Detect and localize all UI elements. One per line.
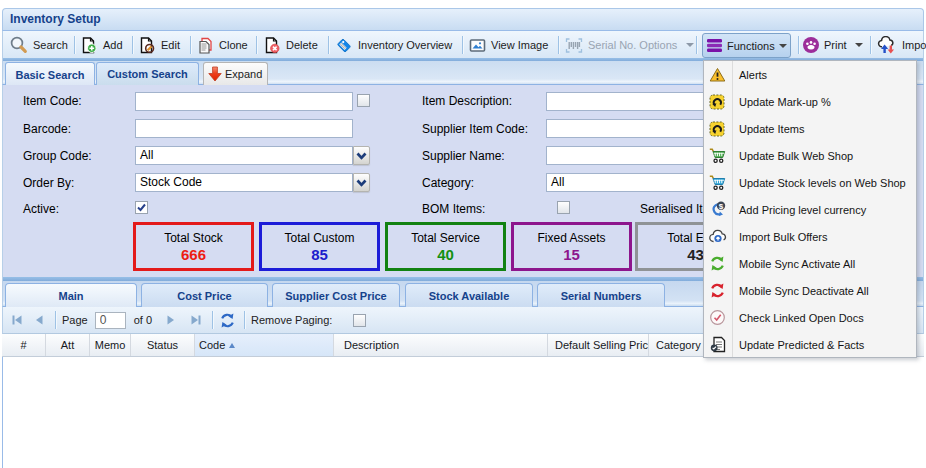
svg-text:$: $ <box>719 202 724 211</box>
